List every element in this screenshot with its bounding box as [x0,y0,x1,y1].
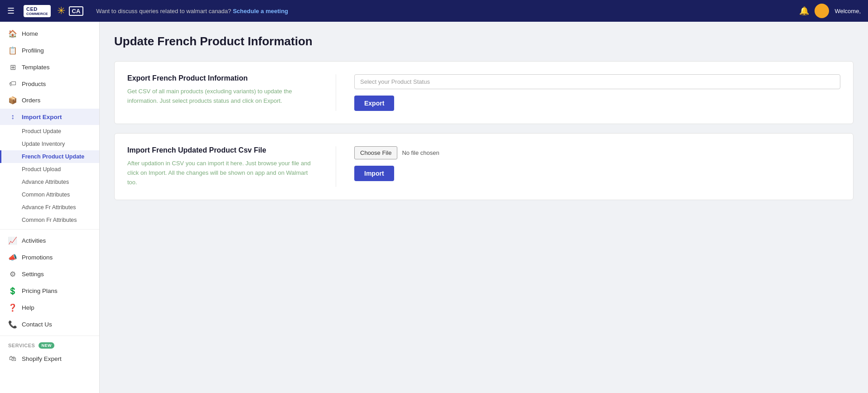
settings-icon: ⚙ [8,270,17,278]
home-icon: 🏠 [8,29,17,38]
import-card-right: Choose File No file chosen Import [354,146,840,181]
sidebar-item-orders[interactable]: 📦 Orders [0,92,99,109]
logo: CED COMMERCE ✳ CA [24,5,83,17]
new-badge: NEW [39,342,54,349]
import-export-icon: ↕ [8,113,17,121]
sidebar: 🏠 Home 📋 Profiling ⊞ Templates 🏷 Product… [0,22,100,393]
sidebar-label-settings: Settings [22,271,44,278]
promotions-icon: 📣 [8,253,17,262]
choose-file-button[interactable]: Choose File [354,146,397,159]
services-label: SERVICES NEW [0,339,99,350]
sidebar-item-promotions[interactable]: 📣 Promotions [0,249,99,266]
sidebar-label-profiling: Profiling [22,47,44,54]
topbar: ☰ CED COMMERCE ✳ CA Want to discuss quer… [0,0,868,22]
import-button[interactable]: Import [354,166,394,181]
avatar[interactable] [815,4,829,18]
sidebar-sub-french-product-update[interactable]: French Product Update [0,150,99,163]
file-upload-row: Choose File No file chosen [354,146,840,159]
product-status-select[interactable]: Select your Product Status Published Unp… [354,74,840,89]
sidebar-label-templates: Templates [22,64,50,71]
sidebar-label-promotions: Promotions [22,254,53,261]
walmart-star-icon: ✳ [57,5,65,17]
import-card-title: Import French Updated Product Csv File [127,146,318,154]
body-layout: 🏠 Home 📋 Profiling ⊞ Templates 🏷 Product… [0,22,868,393]
sidebar-sub-product-upload[interactable]: Product Upload [0,163,99,176]
sidebar-item-pricing-plans[interactable]: 💲 Pricing Plans [0,283,99,299]
templates-icon: ⊞ [8,63,17,72]
import-card-left: Import French Updated Product Csv File A… [127,146,318,187]
no-file-label: No file chosen [402,149,439,156]
logo-text: CED [26,6,48,12]
logo-sub: COMMERCE [26,12,48,16]
bell-icon[interactable]: 🔔 [799,6,809,16]
sidebar-item-templates[interactable]: ⊞ Templates [0,59,99,76]
ca-badge: CA [69,6,84,16]
sidebar-label-shopify-expert: Shopify Expert [22,355,62,362]
import-card-desc: After updation in CSV you can import it … [127,159,318,187]
sidebar-label-products: Products [22,81,46,87]
sidebar-item-products[interactable]: 🏷 Products [0,76,99,92]
ced-logo-box: CED COMMERCE [24,5,51,17]
welcome-text: Welcome, [834,8,861,14]
sidebar-sub-common-attributes[interactable]: Common Attributes [0,188,99,201]
shopify-icon: 🛍 [8,355,17,363]
export-card: Export French Product Information Get CS… [114,61,854,124]
sidebar-label-help: Help [22,304,34,311]
pricing-plans-icon: 💲 [8,287,17,295]
sidebar-sub-advance-attributes[interactable]: Advance Attributes [0,176,99,188]
topbar-right: 🔔 Welcome, [799,4,861,18]
main-content: Update French Product Information Export… [100,22,868,393]
export-card-right: Select your Product Status Published Unp… [354,74,840,111]
sidebar-item-profiling[interactable]: 📋 Profiling [0,42,99,59]
activities-icon: 📈 [8,236,17,245]
profiling-icon: 📋 [8,46,17,55]
sidebar-item-settings[interactable]: ⚙ Settings [0,266,99,283]
export-card-divider [336,74,336,111]
sidebar-item-shopify-expert[interactable]: 🛍 Shopify Expert [0,350,99,367]
import-card: Import French Updated Product Csv File A… [114,133,854,200]
contact-us-icon: 📞 [8,320,17,329]
help-icon: ❓ [8,303,17,312]
export-button[interactable]: Export [354,96,394,111]
sidebar-sub-common-fr-attributes[interactable]: Common Fr Attributes [0,214,99,226]
export-card-desc: Get CSV of all main products (excluding … [127,87,318,106]
sidebar-item-home[interactable]: 🏠 Home [0,25,99,42]
sidebar-label-import-export: Import Export [22,114,62,120]
sidebar-sub-update-inventory[interactable]: Update Inventory [0,138,99,150]
sidebar-label-orders: Orders [22,97,40,104]
sidebar-item-help[interactable]: ❓ Help [0,299,99,316]
sidebar-label-contact-us: Contact Us [22,321,52,328]
orders-icon: 📦 [8,96,17,105]
sidebar-label-activities: Activities [22,237,46,244]
schedule-meeting-link[interactable]: Schedule a meeting [233,8,288,14]
sidebar-item-activities[interactable]: 📈 Activities [0,232,99,249]
sidebar-item-import-export[interactable]: ↕ Import Export [0,109,99,125]
topbar-notice: Want to discuss queries related to walma… [96,8,794,14]
products-icon: 🏷 [8,80,17,88]
sidebar-label-home: Home [22,30,38,37]
sidebar-item-contact-us[interactable]: 📞 Contact Us [0,316,99,333]
export-card-title: Export French Product Information [127,74,318,82]
export-card-left: Export French Product Information Get CS… [127,74,318,106]
sidebar-sub-product-update[interactable]: Product Update [0,125,99,138]
sidebar-sub-menu: Product Update Update Inventory French P… [0,125,99,226]
hamburger-icon[interactable]: ☰ [7,6,14,16]
sidebar-sub-advance-fr-attributes[interactable]: Advance Fr Attributes [0,201,99,214]
sidebar-label-pricing-plans: Pricing Plans [22,288,58,294]
page-title: Update French Product Information [114,34,854,48]
import-card-divider [336,146,336,187]
